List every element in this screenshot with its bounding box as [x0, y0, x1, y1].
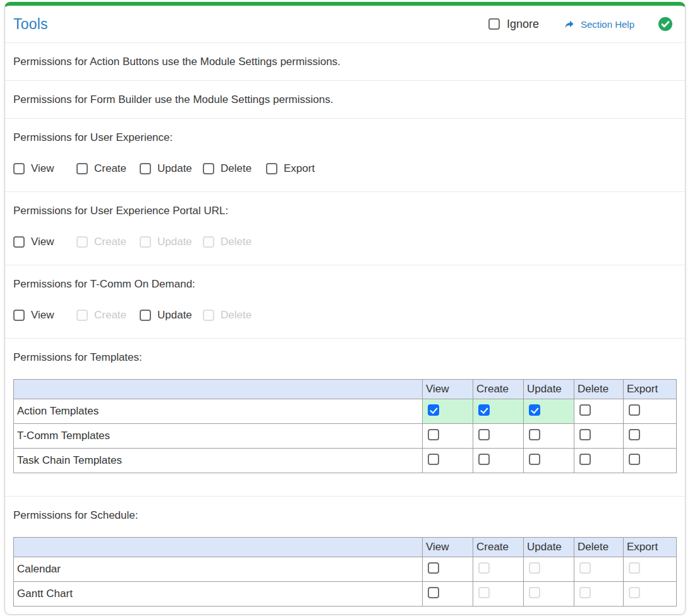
checkbox-label: Update [157, 236, 192, 248]
delete-checkbox-item[interactable]: Delete [203, 162, 266, 175]
view-checkbox-item[interactable]: View [13, 236, 76, 248]
table-row-gantt-chart: Gantt Chart [14, 582, 677, 607]
checkbox-label: Update [157, 309, 192, 322]
action-templates-view-checkbox[interactable] [428, 404, 439, 416]
perm-cell-action-templates-export [624, 399, 677, 424]
update-checkbox-item[interactable]: Update [140, 162, 203, 175]
gantt-chart-view-checkbox[interactable] [428, 587, 439, 598]
column-header-export: Export [624, 380, 677, 399]
permission-section-permissions-for-t-comm-on-demand: Permissions for T-Comm On Demand:ViewCre… [5, 265, 685, 339]
checkbox-label: View [31, 236, 54, 248]
gantt-chart-export-checkbox [629, 587, 640, 598]
t-comm-templates-update-checkbox[interactable] [529, 429, 540, 440]
note-text: Permissions for Action Buttons use the M… [13, 56, 341, 68]
forward-arrow-icon [563, 19, 576, 30]
perm-cell-task-chain-templates-create [473, 449, 524, 473]
perm-cell-calendar-update [524, 557, 574, 582]
row-label: Action Templates [14, 399, 423, 424]
task-chain-templates-delete-checkbox[interactable] [579, 454, 591, 465]
delete-checkbox [203, 310, 214, 321]
perm-cell-task-chain-templates-delete [574, 449, 624, 473]
update-checkbox-item[interactable]: Update [140, 309, 203, 322]
ignore-control[interactable]: Ignore [488, 18, 539, 31]
table-corner-cell [14, 380, 423, 399]
t-comm-templates-create-checkbox[interactable] [478, 429, 490, 440]
permission-section-permissions-for-schedule: Permissions for Schedule:ViewCreateUpdat… [5, 497, 685, 614]
checkbox-row: ViewCreateUpdateDeleteExport [13, 162, 677, 175]
view-checkbox[interactable] [13, 163, 25, 174]
delete-checkbox-item: Delete [203, 309, 251, 322]
export-checkbox-item[interactable]: Export [266, 162, 315, 175]
checkbox-label: View [31, 309, 54, 322]
calendar-update-checkbox [529, 562, 540, 574]
view-checkbox[interactable] [13, 236, 25, 248]
view-checkbox-item[interactable]: View [13, 309, 76, 322]
row-label: T-Comm Templates [14, 424, 423, 449]
perm-cell-task-chain-templates-update [524, 449, 574, 473]
t-comm-templates-delete-checkbox[interactable] [579, 429, 591, 440]
perm-cell-t-comm-templates-update [524, 424, 574, 449]
create-checkbox-item: Create [76, 236, 140, 248]
check-circle-icon [658, 17, 672, 31]
perm-cell-calendar-delete [574, 557, 624, 582]
action-templates-delete-checkbox[interactable] [579, 404, 591, 416]
export-checkbox[interactable] [266, 163, 277, 174]
perm-cell-task-chain-templates-export [624, 449, 677, 473]
delete-checkbox-item: Delete [203, 236, 251, 248]
checkbox-label: Create [94, 236, 126, 248]
section-help-link[interactable]: Section Help [563, 19, 634, 30]
delete-checkbox [203, 236, 214, 248]
column-header-create: Create [473, 538, 524, 557]
row-label: Gantt Chart [14, 582, 423, 607]
panel-header: Tools Ignore Section Help [5, 6, 685, 43]
page-title: Tools [13, 16, 48, 33]
permission-section-permissions-for-user-experience-portal-url: Permissions for User Experience Portal U… [5, 192, 685, 265]
delete-checkbox[interactable] [203, 163, 214, 174]
column-header-view: View [423, 538, 473, 557]
t-comm-templates-export-checkbox[interactable] [629, 429, 640, 440]
task-chain-templates-update-checkbox[interactable] [529, 454, 540, 465]
section-label: Permissions for User Experience: [13, 131, 677, 144]
create-checkbox [76, 310, 88, 321]
column-header-create: Create [473, 380, 524, 399]
note-row: Permissions for Action Buttons use the M… [5, 43, 685, 81]
checkbox-label: View [31, 162, 54, 175]
perm-cell-action-templates-delete [574, 399, 624, 424]
action-templates-update-checkbox[interactable] [529, 404, 540, 416]
task-chain-templates-view-checkbox[interactable] [428, 454, 439, 465]
ignore-checkbox[interactable] [488, 18, 500, 30]
permissions-table-permissions-for-schedule: ViewCreateUpdateDeleteExportCalendarGant… [13, 537, 677, 607]
row-label: Calendar [14, 557, 423, 582]
column-header-delete: Delete [574, 538, 624, 557]
view-checkbox-item[interactable]: View [13, 162, 76, 175]
t-comm-templates-view-checkbox[interactable] [428, 429, 439, 440]
table-header-row: ViewCreateUpdateDeleteExport [14, 538, 677, 557]
task-chain-templates-export-checkbox[interactable] [629, 454, 640, 465]
create-checkbox[interactable] [76, 163, 88, 174]
perm-cell-action-templates-update [524, 399, 574, 424]
column-header-update: Update [524, 538, 574, 557]
update-checkbox[interactable] [140, 310, 151, 321]
action-templates-create-checkbox[interactable] [478, 404, 490, 416]
section-label: Permissions for User Experience Portal U… [13, 204, 677, 217]
perm-cell-t-comm-templates-create [473, 424, 524, 449]
update-checkbox [140, 236, 151, 248]
perm-cell-action-templates-view [423, 399, 473, 424]
create-checkbox [76, 236, 88, 248]
perm-cell-gantt-chart-view [423, 582, 473, 607]
table-corner-cell [14, 538, 423, 557]
tools-panel: Tools Ignore Section Help [4, 2, 686, 615]
task-chain-templates-create-checkbox[interactable] [478, 454, 490, 465]
update-checkbox[interactable] [140, 163, 151, 174]
view-checkbox[interactable] [13, 310, 25, 321]
table-row-calendar: Calendar [14, 557, 677, 582]
section-label: Permissions for T-Comm On Demand: [13, 277, 677, 291]
calendar-view-checkbox[interactable] [428, 562, 439, 574]
create-checkbox-item[interactable]: Create [76, 162, 140, 175]
section-status-badge [658, 17, 672, 31]
table-row-task-chain-templates: Task Chain Templates [14, 449, 677, 473]
perm-cell-gantt-chart-export [624, 582, 677, 607]
perm-cell-task-chain-templates-view [423, 449, 473, 473]
action-templates-export-checkbox[interactable] [629, 404, 640, 416]
gantt-chart-update-checkbox [529, 587, 540, 598]
